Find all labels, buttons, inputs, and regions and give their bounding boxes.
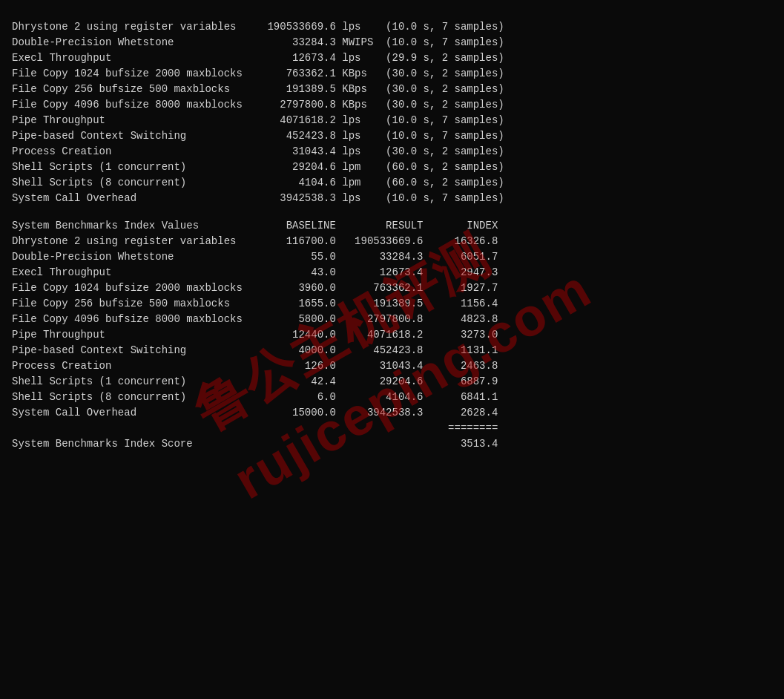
measurements-section: Dhrystone 2 using register variables 190…: [12, 19, 772, 206]
index-data-row: Double-Precision Whetstone 55.0 33284.3 …: [12, 249, 772, 265]
measurement-row: File Copy 1024 bufsize 2000 maxblocks 76…: [12, 66, 772, 82]
measurement-row: Shell Scripts (8 concurrent) 4104.6 lpm …: [12, 175, 772, 191]
measurement-row: Dhrystone 2 using register variables 190…: [12, 19, 772, 35]
index-data-row: Process Creation 126.0 31043.4 2463.8: [12, 358, 772, 374]
measurement-row: System Call Overhead 3942538.3 lps (10.0…: [12, 191, 772, 206]
index-data-row: Dhrystone 2 using register variables 116…: [12, 234, 772, 249]
measurement-row: Process Creation 31043.4 lps (30.0 s, 2 …: [12, 144, 772, 160]
index-data-row: Pipe Throughput 12440.0 4071618.2 3273.0: [12, 327, 772, 343]
equals-separator: ========: [12, 421, 772, 436]
terminal-container: Dhrystone 2 using register variables 190…: [12, 19, 772, 452]
index-data-row: Shell Scripts (1 concurrent) 42.4 29204.…: [12, 374, 772, 390]
measurement-row: File Copy 4096 bufsize 8000 maxblocks 27…: [12, 97, 772, 113]
measurement-row: Pipe-based Context Switching 452423.8 lp…: [12, 128, 772, 144]
index-data-row: System Call Overhead 15000.0 3942538.3 2…: [12, 405, 772, 421]
index-data-row: Shell Scripts (8 concurrent) 6.0 4104.6 …: [12, 390, 772, 405]
index-data-row: File Copy 4096 bufsize 8000 maxblocks 58…: [12, 312, 772, 327]
measurement-row: Execl Throughput 12673.4 lps (29.9 s, 2 …: [12, 50, 772, 66]
index-data-row: File Copy 256 bufsize 500 maxblocks 1655…: [12, 296, 772, 312]
measurement-row: Pipe Throughput 4071618.2 lps (10.0 s, 7…: [12, 113, 772, 128]
measurement-row: File Copy 256 bufsize 500 maxblocks 1913…: [12, 82, 772, 97]
index-data-row: File Copy 1024 bufsize 2000 maxblocks 39…: [12, 280, 772, 296]
measurement-row: Shell Scripts (1 concurrent) 29204.6 lpm…: [12, 160, 772, 175]
index-header-row: System Benchmarks Index Values BASELINE …: [12, 218, 772, 234]
score-row: System Benchmarks Index Score 3513.4: [12, 436, 772, 452]
index-section: System Benchmarks Index Values BASELINE …: [12, 218, 772, 452]
index-data-row: Execl Throughput 43.0 12673.4 2947.3: [12, 265, 772, 280]
measurement-row: Double-Precision Whetstone 33284.3 MWIPS…: [12, 35, 772, 50]
measurement-rows: Dhrystone 2 using register variables 190…: [12, 19, 772, 206]
index-data-row: Pipe-based Context Switching 4000.0 4524…: [12, 343, 772, 358]
